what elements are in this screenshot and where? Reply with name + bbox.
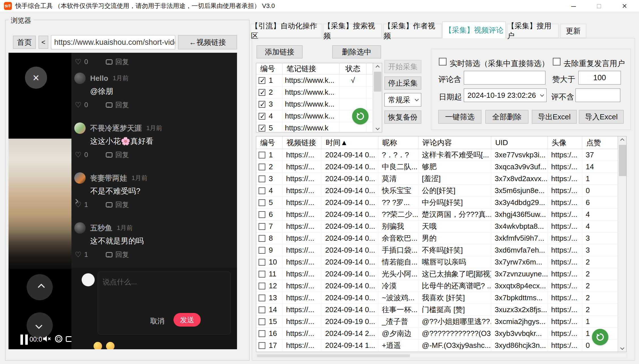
delete-selected-button[interactable]: 删除选中 [332,45,381,58]
link-row[interactable]: 5 https://www.k [256,122,373,132]
table-row[interactable]: 16 https://... 2024-09-14 2... @夕南边 @???… [256,328,618,340]
avatar[interactable] [74,122,86,134]
row-checkbox[interactable] [259,101,265,108]
row-checkbox[interactable] [259,199,265,206]
table-row[interactable]: 13 https://... 2024-09-14 0... ~波波鸡... 我… [256,292,618,304]
minimize-button[interactable]: – [565,0,582,12]
row-checkbox[interactable] [259,342,265,349]
export-excel-button[interactable]: 导出Excel [532,110,577,124]
col-time-sorted[interactable]: 时间▲ [322,136,378,149]
table-row[interactable]: 11 https://... 2024-09-14 0... 光头小阿... 这… [256,268,618,280]
restore-backup-button[interactable]: 恢复备份 [384,111,421,124]
tab-search-video[interactable]: 【采集】搜索视频 [323,24,382,38]
row-checkbox[interactable] [259,223,265,230]
col-uid[interactable]: UID [491,136,548,149]
table-row[interactable]: 8 https://... 2024-09-14 0... 余音欧巴... 男的… [256,232,618,244]
table-row[interactable]: 15 https://... 2024-09-19 0... _渣子普 @??小… [256,316,618,328]
likes-greater-input[interactable] [578,71,621,84]
tab-search-user[interactable]: 【采集】搜用户 [507,24,558,38]
row-checkbox[interactable] [259,89,265,96]
links-scrollbar[interactable] [373,63,382,132]
col-comment[interactable]: 评论内容 [418,136,491,149]
col-status[interactable]: 状态 [340,63,367,75]
link-row[interactable]: 2 https://www.k... [256,86,373,98]
comment-excludes-input[interactable] [575,88,620,102]
row-checkbox[interactable] [259,259,265,266]
comment-author[interactable]: 不畏冷逐梦天涯 [90,123,142,133]
table-row[interactable]: 4 https://... 2024-09-14 0... 快乐宝宝 公的[奸笑… [256,185,618,197]
col-likes[interactable]: 点赞 [582,136,618,149]
row-checkbox[interactable] [259,113,265,120]
scroll-up-icon[interactable] [618,136,626,144]
scroll-thumb[interactable] [374,72,381,92]
comment-author[interactable]: 丧妻带两娃 [90,173,127,183]
back-button[interactable]: < [39,36,48,49]
link-row[interactable]: 3 https://www.k... [256,98,373,110]
link-row[interactable]: 1 https://www.k... √ [256,75,373,86]
comment-contains-input[interactable] [464,71,545,84]
maximize-button[interactable]: □ [590,0,608,12]
tab-video-comments[interactable]: 【采集】视频评论 [442,22,506,38]
row-checkbox[interactable] [259,306,265,313]
pause-icon[interactable] [20,335,28,345]
row-checkbox[interactable] [259,125,265,132]
table-row[interactable]: 12 https://... 2024-09-14 0... 冷漠 比母牛的还离… [256,280,618,292]
dedupe-checkbox[interactable] [553,58,560,65]
table-row[interactable]: 10 https://... 2024-09-14 0... 情若能自... 嘴… [256,256,618,268]
row-checkbox[interactable] [259,175,265,182]
start-collect-button[interactable]: 开始采集 [384,60,421,73]
row-checkbox[interactable] [259,187,265,194]
url-input[interactable]: https://www.kuaishou.com/short-vide [51,35,175,49]
row-checkbox[interactable] [259,235,265,242]
row-checkbox[interactable] [259,283,265,289]
table-row[interactable]: 5 https://... 2024-09-14 0... ?? ?罗... 中… [256,197,618,209]
reply-button[interactable]: 回复 [106,200,129,209]
date-from-select[interactable]: 2024-10-19 23:02:26 [464,88,547,102]
like-icon[interactable] [75,151,81,159]
avatar[interactable] [74,222,86,234]
stop-collect-button[interactable]: 停止采集 [384,77,421,90]
table-row[interactable]: 6 https://... 2024-09-14 0... ??荣二少... 楚… [256,209,618,221]
like-icon[interactable] [75,101,81,109]
one-key-filter-button[interactable]: 一键筛选 [438,110,481,124]
row-checkbox[interactable] [259,152,265,158]
import-excel-button[interactable]: 导入Excel [579,110,624,124]
scroll-thumb[interactable] [619,145,626,176]
table-row[interactable]: 7 https://... 2024-09-14 0... 别骗我 天哦 3x4… [256,221,618,232]
gear-icon[interactable] [55,335,62,342]
comment-author[interactable]: Hello [90,74,108,83]
row-checkbox[interactable] [259,77,265,84]
muted-speaker-icon[interactable] [42,334,52,344]
horizontal-scrollbar[interactable] [256,354,627,358]
table-row[interactable]: 14 https://... 2024-09-14 0... 往事一杯... 门… [256,304,618,316]
table-row[interactable]: 17 https://... 2024-09-14 1... +逍遥 @-MF.… [256,340,618,352]
close-button[interactable]: × [616,0,633,12]
send-button[interactable]: 发送 [173,313,201,327]
comments-scrollbar[interactable] [618,136,626,352]
like-icon[interactable] [75,250,81,259]
tab-author-video[interactable]: 【采集】作者视频 [383,24,442,38]
row-checkbox[interactable] [259,330,265,337]
delete-all-button[interactable]: 全部删除 [485,110,528,124]
refresh-icon[interactable] [592,329,608,345]
col-link[interactable]: 笔记链接 [283,63,340,75]
row-checkbox[interactable] [259,318,265,325]
reply-button[interactable]: 回复 [106,150,129,159]
add-link-button[interactable]: 添加链接 [257,45,302,58]
danmaku-icon[interactable] [66,336,71,342]
reply-button[interactable]: 回复 [106,250,129,259]
tab-automation[interactable]: 【引流】自动化操作区 [251,24,322,38]
collect-mode-select[interactable]: 常规采 [384,93,421,107]
reply-button[interactable]: 回复 [106,100,129,109]
col-nickname[interactable]: 昵称 [378,136,418,149]
avatar[interactable] [74,73,86,84]
close-overlay-icon[interactable]: × [25,67,47,89]
table-row[interactable]: 2 https://... 2024-09-14 0... 中良二队... 够肥… [256,161,618,173]
row-checkbox[interactable] [259,164,265,170]
like-icon[interactable] [75,58,81,66]
row-checkbox[interactable] [259,271,265,278]
col-num[interactable]: 编号 [256,136,283,149]
table-row[interactable]: 9 https://... 2024-09-14 0... 手插口袋... 不疼… [256,244,618,256]
col-avatar[interactable]: 头像 [548,136,582,149]
home-button[interactable]: 首页 [13,36,36,49]
